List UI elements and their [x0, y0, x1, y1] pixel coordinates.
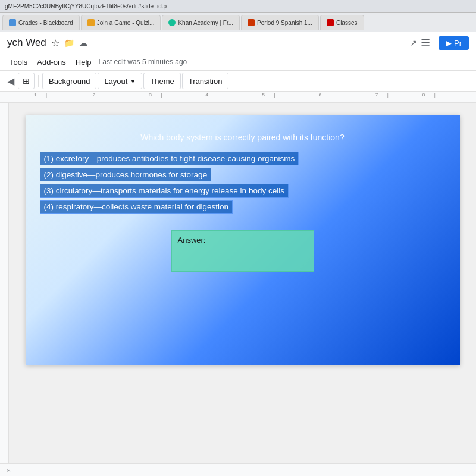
star-icon[interactable]: ☆	[51, 37, 60, 49]
ruler: · · · 1 · · · | · · 2 · · · | · · 3 · · …	[0, 92, 476, 103]
answer-label: Answer:	[178, 236, 206, 245]
plus-icon: ⊞	[23, 76, 30, 86]
last-edit-text: Last edit was 5 minutes ago	[99, 58, 187, 66]
back-arrow-icon[interactable]: ◀	[5, 76, 17, 87]
ruler-tick-5: · · 5 · · · |	[257, 92, 275, 98]
slide-question: Which body system is correctly paired wi…	[40, 133, 446, 142]
slides-canvas-area[interactable]: Which body system is correctly paired wi…	[9, 103, 476, 476]
notes-icon[interactable]: ☰	[421, 36, 430, 49]
slides-main: Which body system is correctly paired wi…	[0, 103, 476, 476]
answer-box-wrapper: Answer:	[40, 230, 446, 272]
status-bar: s	[0, 463, 476, 476]
title-bar: ych Wed ☆ 📁 ☁ ↗ ☰ ▶ Pr	[0, 32, 476, 54]
address-text: gME2PM5C2c0UNByItCjYY8UCqIozE1Iit8e0s/ed…	[5, 3, 167, 10]
ruler-tick-1: · · · 1 · · · |	[26, 92, 47, 98]
menu-bar: Tools Add-ons Help Last edit was 5 minut…	[0, 54, 476, 70]
favicon-spanish	[248, 19, 255, 26]
ruler-marks: · · · 1 · · · | · · 2 · · · | · · 3 · · …	[2, 92, 474, 102]
ruler-tick-3: · · 3 · · · |	[144, 92, 162, 98]
slide-option-1: (1) excretory—produces antibodies to fig…	[40, 152, 299, 165]
slide-option-4: (4) respiratory—collects waste material …	[40, 200, 233, 214]
tab-label-spanish: Period 9 Spanish 1...	[257, 20, 312, 26]
browser-tabs: Grades - Blackboard Join a Game - Quizi.…	[0, 13, 476, 32]
theme-button[interactable]: Theme	[143, 73, 180, 89]
tab-label-quizi: Join a Game - Quizi...	[97, 20, 155, 26]
add-slide-btn[interactable]: ⊞	[18, 73, 35, 89]
layout-label: Layout	[104, 77, 127, 86]
ruler-tick-7: · · 7 · · · |	[370, 92, 389, 98]
transition-button[interactable]: Transition	[182, 73, 229, 89]
ruler-tick-6: · · 6 · · · |	[314, 92, 332, 98]
slide-inner: Which body system is correctly paired wi…	[26, 115, 460, 365]
tab-grades[interactable]: Grades - Blackboard	[2, 15, 80, 30]
separator-1	[38, 75, 39, 87]
folder-icon[interactable]: 📁	[64, 38, 74, 48]
slide-container: Which body system is correctly paired wi…	[26, 115, 460, 365]
layout-button[interactable]: Layout ▼	[98, 73, 142, 89]
answer-box[interactable]: Answer:	[171, 230, 314, 272]
trend-icon: ↗	[410, 38, 417, 48]
tab-khan[interactable]: Khan Academy | Fr...	[162, 15, 240, 30]
slides-toolbar: ◀ ⊞ Background Layout ▼ Theme Transition	[0, 70, 476, 92]
menu-help[interactable]: Help	[71, 55, 96, 69]
slide-option-3: (3) circulatory—transports materials for…	[40, 184, 289, 198]
favicon-quizi	[87, 19, 95, 26]
background-button[interactable]: Background	[42, 73, 96, 89]
slide-option-2: (2) digestive—produces hormones for stor…	[40, 168, 212, 181]
address-bar[interactable]: gME2PM5C2c0UNByItCjYY8UCqIozE1Iit8e0s/ed…	[0, 0, 476, 13]
tab-spanish[interactable]: Period 9 Spanish 1...	[241, 15, 319, 30]
tab-classes[interactable]: Classes	[320, 15, 364, 30]
present-button[interactable]: ▶ Pr	[439, 36, 469, 50]
status-text: s	[7, 466, 11, 474]
favicon-classes	[327, 19, 334, 26]
background-label: Background	[49, 77, 90, 86]
ruler-tick-8: · · 8 · · · |	[417, 92, 436, 98]
theme-label: Theme	[150, 77, 174, 86]
ruler-tick-2: · · 2 · · · |	[87, 92, 106, 98]
transition-label: Transition	[189, 77, 223, 86]
ruler-tick-4: · · 4 · · · |	[201, 92, 219, 98]
tab-quizi[interactable]: Join a Game - Quizi...	[81, 15, 161, 30]
slide-options: (1) excretory—produces antibodies to fig…	[40, 152, 446, 216]
menu-tools[interactable]: Tools	[5, 55, 32, 69]
slides-header: ych Wed ☆ 📁 ☁ ↗ ☰ ▶ Pr Tools Add-ons Hel…	[0, 32, 476, 92]
tab-label-classes: Classes	[336, 20, 358, 26]
present-icon: ▶	[446, 39, 452, 48]
header-right: ↗ ☰ ▶ Pr	[410, 36, 469, 50]
slides-title: ych Wed	[7, 37, 46, 49]
favicon-khan	[168, 19, 176, 26]
favicon-grades	[9, 19, 16, 26]
tab-label-khan: Khan Academy | Fr...	[178, 20, 233, 26]
layout-arrow-icon: ▼	[130, 78, 136, 84]
slides-sidebar	[0, 103, 9, 476]
tab-label-grades: Grades - Blackboard	[18, 20, 73, 26]
cloud-icon[interactable]: ☁	[79, 38, 87, 48]
menu-addons[interactable]: Add-ons	[32, 55, 70, 69]
